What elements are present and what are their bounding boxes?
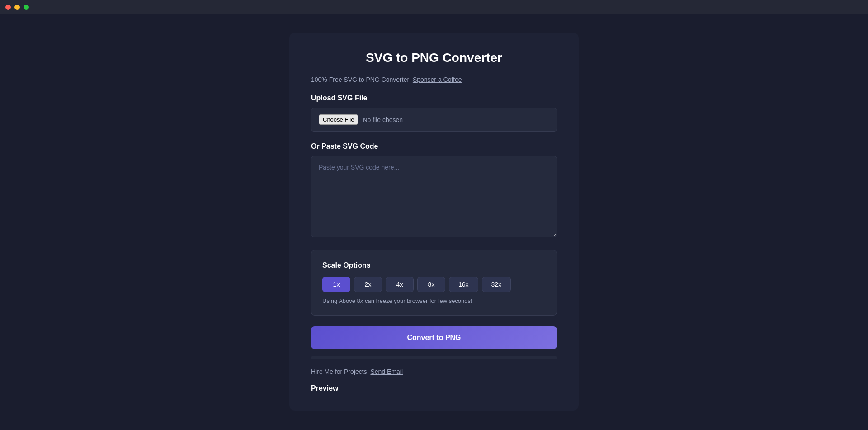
scale-btn-2[interactable]: 2x	[354, 277, 382, 292]
page-title: SVG to PNG Converter	[311, 51, 557, 65]
scale-btn-16[interactable]: 16x	[449, 277, 478, 292]
scale-warning: Using Above 8x can freeze your browser f…	[322, 298, 546, 304]
titlebar	[0, 0, 868, 14]
footer-link[interactable]: Send Email	[370, 368, 403, 375]
scale-buttons-group: 1x2x4x8x16x32x	[322, 277, 546, 292]
file-status: No file chosen	[363, 116, 403, 123]
upload-label: Upload SVG File	[311, 94, 557, 102]
footer-line: Hire Me for Projects! Send Email	[311, 368, 557, 375]
preview-title: Preview	[311, 384, 557, 392]
convert-button[interactable]: Convert to PNG	[311, 326, 557, 349]
choose-file-button[interactable]: Choose File	[319, 114, 358, 125]
close-button[interactable]	[5, 5, 11, 10]
footer-prefix: Hire Me for Projects!	[311, 368, 369, 375]
scale-btn-4[interactable]: 4x	[386, 277, 414, 292]
scale-btn-8[interactable]: 8x	[417, 277, 445, 292]
scale-btn-32[interactable]: 32x	[482, 277, 511, 292]
svg-textarea[interactable]	[311, 156, 557, 237]
sponsor-line: 100% Free SVG to PNG Converter! Sponser …	[311, 76, 557, 83]
file-input-wrapper: Choose File No file chosen	[311, 108, 557, 132]
main-content: SVG to PNG Converter 100% Free SVG to PN…	[0, 14, 868, 429]
maximize-button[interactable]	[24, 5, 29, 10]
minimize-button[interactable]	[14, 5, 20, 10]
paste-label: Or Paste SVG Code	[311, 142, 557, 151]
converter-card: SVG to PNG Converter 100% Free SVG to PN…	[289, 33, 579, 411]
progress-bar	[311, 356, 557, 359]
sponsor-link[interactable]: Sponser a Coffee	[413, 76, 462, 83]
scale-options-card: Scale Options 1x2x4x8x16x32x Using Above…	[311, 250, 557, 316]
sponsor-prefix: 100% Free SVG to PNG Converter!	[311, 76, 411, 83]
scale-btn-1[interactable]: 1x	[322, 277, 350, 292]
scale-options-title: Scale Options	[322, 261, 546, 269]
